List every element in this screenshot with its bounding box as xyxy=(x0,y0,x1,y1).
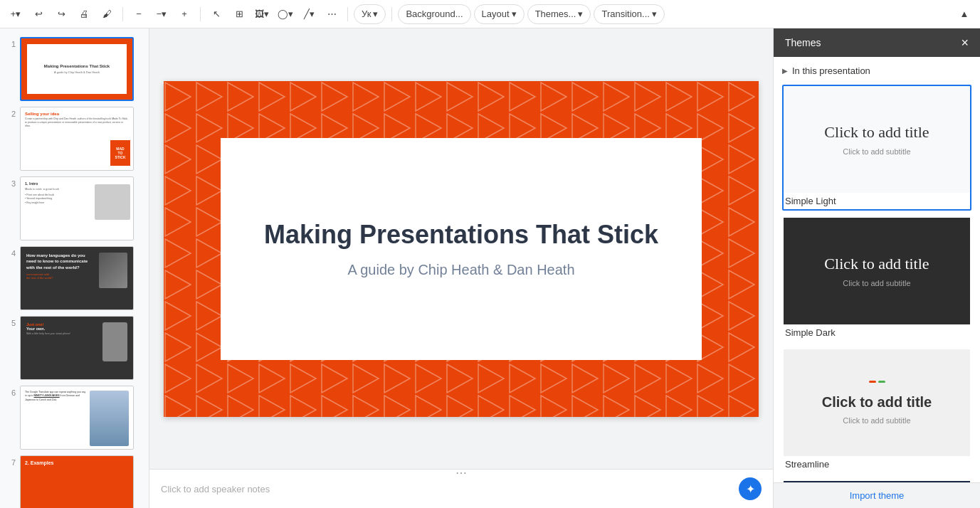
divider-4 xyxy=(391,7,392,21)
transition-button[interactable]: Transition... ▾ xyxy=(594,4,664,24)
background-label: Background... xyxy=(406,9,463,19)
assist-icon: ✦ xyxy=(746,482,755,496)
main-area: 1 Making Presentations That Stick A guid… xyxy=(0,28,980,508)
slide-item[interactable]: 5 Just one! Your own. With a little help… xyxy=(0,313,149,383)
zoom-dropdown-icon: ▾ xyxy=(162,9,167,19)
cursor-tool-button[interactable]: ↖ xyxy=(206,4,226,24)
divider-1 xyxy=(122,7,123,21)
slide-number: 7 xyxy=(6,458,16,467)
shape-dropdown-icon: ▾ xyxy=(288,9,293,19)
theme-button[interactable]: Themes... ▾ xyxy=(527,4,591,24)
accent-dot-1 xyxy=(869,381,876,383)
themes-panel: Themes × ▶ In this presentation Click to… xyxy=(773,28,980,508)
toolbar: + ▾ ↩ ↪ 🖨 🖌 − − ▾ + ↖ ⊞ 🖼 ▾ ◯ ▾ ╱ ▾ ⋯ xyxy=(0,0,980,28)
slide-item[interactable]: 6 The Google Translate app can repeat an… xyxy=(0,383,149,453)
slide-panel: 1 Making Presentations That Stick A guid… xyxy=(0,28,149,508)
assist-button[interactable]: ✦ xyxy=(739,477,762,500)
shape-button[interactable]: ◯ ▾ xyxy=(275,4,296,24)
slide-item[interactable]: 2 Selling your idea Create a partnership… xyxy=(0,104,149,174)
transition-label: Transition... xyxy=(601,9,649,19)
undo-button[interactable]: ↩ xyxy=(28,4,48,24)
print-icon: 🖨 xyxy=(80,9,89,19)
divider-3 xyxy=(347,7,348,21)
redo-button[interactable]: ↪ xyxy=(51,4,71,24)
divider-2 xyxy=(200,7,201,21)
slide-number: 1 xyxy=(6,40,16,48)
zoom-display-button[interactable]: − ▾ xyxy=(152,4,172,24)
theme-card-streamline[interactable]: Click to add title Click to add subtitle… xyxy=(782,348,971,474)
slide-thumbnail: 1. Intro Made to stick: a great book • P… xyxy=(20,176,134,240)
slide-number: 3 xyxy=(6,179,16,188)
cursor-icon: ↖ xyxy=(213,9,221,19)
theme-preview-subtitle: Click to add subtitle xyxy=(843,147,910,156)
theme-preview-subtitle: Click to add subtitle xyxy=(843,416,910,425)
themes-close-button[interactable]: × xyxy=(961,36,969,49)
theme-card-simple-dark[interactable]: Click to add title Click to add subtitle… xyxy=(782,216,971,342)
zoom-out-icon: − xyxy=(136,9,142,19)
undo-icon: ↩ xyxy=(35,9,43,19)
slide-item[interactable]: 1 Making Presentations That Stick A guid… xyxy=(0,34,149,104)
theme-label: Themes... xyxy=(535,9,576,19)
slide-number: 2 xyxy=(6,110,16,118)
slide-content-box: Making Presentations That Stick A guide … xyxy=(221,138,702,360)
line-dropdown-icon: ▾ xyxy=(310,9,315,19)
line-icon: ╱ xyxy=(304,9,310,19)
slide-thumbnail: The Google Translate app can repeat anyt… xyxy=(20,386,134,450)
theme-preview-streamline: Click to add title Click to add subtitle xyxy=(784,349,970,456)
zoom-value: − xyxy=(157,9,162,19)
notes-resize-handle[interactable]: ⋯ xyxy=(447,470,475,475)
slide-number: 5 xyxy=(6,319,16,327)
shape-icon: ◯ xyxy=(278,9,288,19)
background-button[interactable]: Background... xyxy=(398,4,470,24)
slide-title: Making Presentations That Stick xyxy=(264,219,658,250)
themes-current-section: ▶ In this presentation Click to add titl… xyxy=(782,65,971,482)
slide-thumbnail: 2. Examples xyxy=(20,455,134,508)
zoom-out-button[interactable]: − xyxy=(129,4,149,24)
line-button[interactable]: ╱ ▾ xyxy=(299,4,319,24)
slide-thumbnail: Just one! Your own. With a little help f… xyxy=(20,316,134,380)
content-area: Making Presentations That Stick A guide … xyxy=(149,28,773,508)
theme-card-label: Streamline xyxy=(785,459,969,470)
more-button[interactable]: ⋯ xyxy=(322,4,342,24)
redo-icon: ↪ xyxy=(58,9,65,19)
collapse-icon: ▲ xyxy=(960,9,969,19)
slide-item[interactable]: 3 1. Intro Made to stick: a great book •… xyxy=(0,174,149,243)
textbox-icon: ⊞ xyxy=(236,9,243,19)
themes-body: ▶ In this presentation Click to add titl… xyxy=(774,57,980,482)
zoom-in-button[interactable]: + xyxy=(174,4,194,24)
themes-section-header[interactable]: ▶ In this presentation xyxy=(782,65,971,76)
section-chevron-icon: ▶ xyxy=(782,67,788,75)
add-slide-button[interactable]: + ▾ xyxy=(6,4,26,24)
print-button[interactable]: 🖨 xyxy=(74,4,94,24)
more-icon: ⋯ xyxy=(327,9,337,19)
theme-dropdown-icon: ▾ xyxy=(578,9,583,19)
image-button[interactable]: 🖼 ▾ xyxy=(252,4,272,24)
add-icon: + xyxy=(11,9,16,19)
theme-card-simple-light[interactable]: Click to add title Click to add subtitle… xyxy=(782,85,971,211)
themes-panel-header: Themes × xyxy=(774,28,980,57)
speaker-notes[interactable]: ⋯ Click to add speaker notes ✦ xyxy=(149,469,773,508)
speaker-notes-placeholder: Click to add speaker notes xyxy=(161,484,270,494)
slide-item[interactable]: 7 2. Examples xyxy=(0,453,149,508)
image-dropdown-icon: ▾ xyxy=(264,9,269,19)
copy-format-button[interactable]: 🖌 xyxy=(97,4,117,24)
layout-label: Layout xyxy=(482,9,510,19)
text-box-button[interactable]: ⊞ xyxy=(229,4,249,24)
layout-dropdown-icon: ▾ xyxy=(512,9,517,19)
slide-item[interactable]: 4 How many languages do you need to know… xyxy=(0,243,149,313)
theme-card-label: Simple Light xyxy=(785,196,969,206)
theme-preview-light: Click to add title Click to add subtitle xyxy=(784,86,970,193)
slide-thumbnail: Making Presentations That Stick A guide … xyxy=(20,37,134,101)
slide-canvas-area[interactable]: Making Presentations That Stick A guide … xyxy=(149,28,773,469)
theme-preview-title: Click to add title xyxy=(822,394,932,411)
import-theme-button[interactable]: Import theme xyxy=(774,482,980,508)
theme-preview-title: Click to add title xyxy=(824,123,929,142)
text-style-button[interactable]: Ук ▾ xyxy=(354,4,386,24)
layout-button[interactable]: Layout ▾ xyxy=(474,4,525,24)
accent-dot-2 xyxy=(878,381,885,383)
collapse-button[interactable]: ▲ xyxy=(954,4,974,24)
themes-section-title: In this presentation xyxy=(792,65,870,76)
text-style-label: Ук xyxy=(362,9,371,19)
theme-preview-subtitle: Click to add subtitle xyxy=(843,279,910,287)
theme-card-label: Simple Dark xyxy=(785,327,969,338)
